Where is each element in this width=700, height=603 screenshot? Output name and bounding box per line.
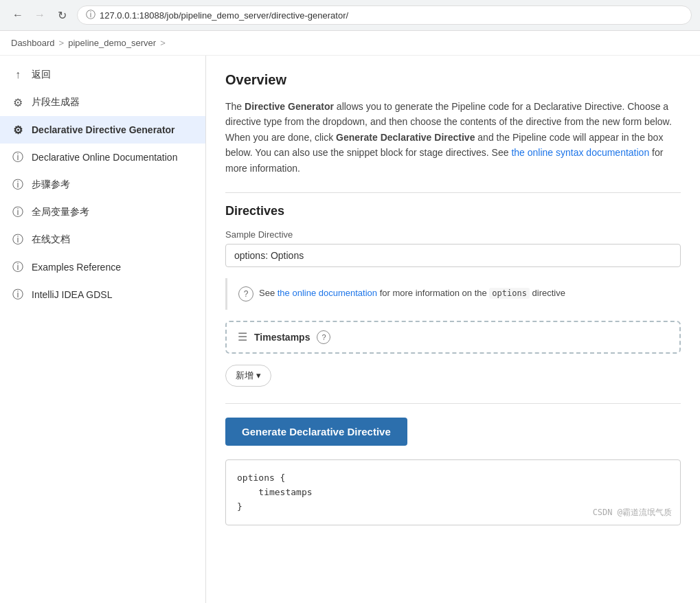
overview-title: Overview (225, 72, 681, 88)
overview-link[interactable]: the online syntax documentation (511, 147, 649, 158)
sidebar-item-examples[interactable]: ⓘ Examples Reference (0, 253, 205, 281)
sidebar-label-doc: 在线文档 (32, 234, 70, 246)
sidebar-item-doc[interactable]: ⓘ 在线文档 (0, 226, 205, 253)
address-bar[interactable]: ⓘ 127.0.0.1:18088/job/pipeline_demo_serv… (77, 5, 692, 25)
timestamps-help-icon[interactable]: ? (317, 330, 330, 344)
breadcrumb-server[interactable]: pipeline_demo_server (68, 38, 156, 48)
question-icon-5: ⓘ (11, 260, 25, 274)
gear-icon-2: ⚙ (11, 123, 25, 137)
main-content: Overview The Directive Generator allows … (206, 56, 700, 603)
info-box: ? See the online documentation for more … (225, 278, 681, 310)
question-icon-4: ⓘ (11, 233, 25, 247)
question-icon-6: ⓘ (11, 288, 25, 302)
breadcrumb-sep-1: > (59, 38, 65, 48)
info-text-pre: See (259, 288, 278, 298)
info-code: options (489, 288, 530, 299)
sample-directive-input[interactable] (225, 244, 681, 267)
question-icon-3: ⓘ (11, 205, 25, 219)
sidebar-label-snippet-gen: 片段生成器 (32, 96, 80, 109)
help-icon[interactable]: ? (238, 286, 253, 302)
sidebar-item-online-doc[interactable]: ⓘ Declarative Online Documentation (0, 144, 205, 171)
directives-title: Directives (225, 204, 681, 218)
reload-button[interactable]: ↻ (52, 5, 71, 25)
sidebar-item-snippet-gen[interactable]: ⚙ 片段生成器 (0, 89, 205, 116)
sidebar-label-step-ref: 步骤参考 (32, 179, 70, 191)
info-text: See the online documentation for more in… (259, 286, 565, 300)
overview-bold2: Generate Declarative Directive (336, 132, 475, 143)
sidebar-back-label: 返回 (32, 69, 51, 81)
url-text: 127.0.0.1:18088/job/pipeline_demo_server… (100, 10, 348, 21)
sidebar-item-intellij[interactable]: ⓘ IntelliJ IDEA GDSL (0, 281, 205, 308)
gear-icon-1: ⚙ (11, 95, 25, 109)
sidebar-item-step-ref[interactable]: ⓘ 步骤参考 (0, 171, 205, 198)
browser-chrome: ← → ↻ ⓘ 127.0.0.1:18088/job/pipeline_dem… (0, 0, 700, 31)
sidebar-label-global-var: 全局变量参考 (32, 206, 89, 218)
watermark: CSDN @霸道流氓气质 (593, 506, 672, 519)
add-button-chevron: ▾ (256, 370, 261, 380)
sidebar-item-declarative-directive[interactable]: ⚙ Declarative Directive Generator (0, 116, 205, 144)
app-layout: ↑ 返回 ⚙ 片段生成器 ⚙ Declarative Directive Gen… (0, 56, 700, 603)
timestamps-block: ☰ Timestamps ? (225, 321, 681, 354)
back-arrow-icon: ↑ (11, 68, 25, 82)
info-text-end: directive (530, 288, 565, 298)
sidebar-item-global-var[interactable]: ⓘ 全局变量参考 (0, 198, 205, 226)
sidebar-back[interactable]: ↑ 返回 (0, 61, 205, 89)
sample-directive-label: Sample Directive (225, 229, 681, 240)
breadcrumb-dashboard[interactable]: Dashboard (11, 38, 55, 48)
sidebar-label-examples: Examples Reference (32, 262, 121, 273)
question-icon-2: ⓘ (11, 178, 25, 192)
generate-button[interactable]: Generate Declarative Directive (225, 418, 407, 446)
sidebar: ↑ 返回 ⚙ 片段生成器 ⚙ Declarative Directive Gen… (0, 56, 206, 603)
breadcrumb-sep-2: > (160, 38, 166, 48)
info-link[interactable]: the online documentation (278, 288, 377, 298)
overview-divider (225, 192, 681, 193)
overview-text: The Directive Generator allows you to ge… (225, 99, 681, 176)
sidebar-label-declarative-directive: Declarative Directive Generator (32, 124, 175, 135)
info-text-post: for more information on the (377, 288, 489, 298)
sidebar-label-online-doc: Declarative Online Documentation (32, 152, 177, 163)
overview-bold1: Directive Generator (245, 101, 334, 112)
question-icon-1: ⓘ (11, 150, 25, 164)
sidebar-label-intellij: IntelliJ IDEA GDSL (32, 289, 113, 300)
back-button[interactable]: ← (8, 5, 27, 25)
generate-divider (225, 403, 681, 404)
overview-text-part1: The (225, 101, 245, 112)
timestamps-label: Timestamps (254, 332, 310, 343)
drag-handle-icon: ☰ (238, 330, 247, 343)
breadcrumb: Dashboard > pipeline_demo_server > (0, 31, 700, 56)
add-button[interactable]: 新增 ▾ (225, 365, 271, 387)
forward-button[interactable]: → (30, 5, 49, 25)
output-box: options { timestamps } CSDN @霸道流氓气质 (225, 459, 681, 525)
info-icon: ⓘ (86, 9, 95, 21)
add-button-label: 新增 (236, 369, 253, 382)
nav-buttons: ← → ↻ (8, 5, 71, 25)
